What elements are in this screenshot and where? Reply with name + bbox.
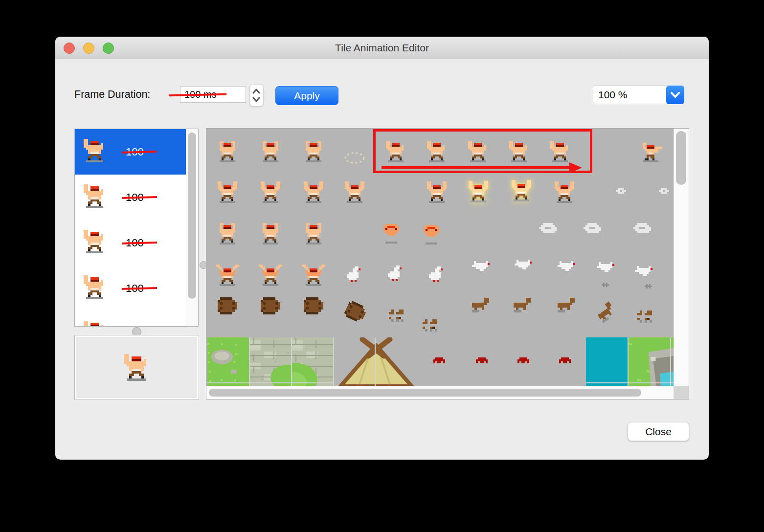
terrain-tile-grass-rock[interactable] [628,337,674,386]
tile-man-victory[interactable] [216,265,239,286]
tile-man-idle[interactable] [216,223,239,244]
tile-cloud[interactable] [584,223,603,233]
preview-sprite [122,354,151,383]
terrain-tile-tent[interactable] [336,337,417,386]
chevron-down-icon [671,92,680,98]
tile-barrel[interactable] [304,297,323,314]
frame-thumbnail [82,230,108,255]
frame-list-item[interactable]: 100 [75,175,198,220]
tile-chicken-fly[interactable] [635,266,654,276]
tile-animation-editor-window: Tile Animation Editor Frame Duration: Ap… [55,37,709,460]
tile-man-armsup[interactable] [302,181,325,203]
tileset-gridline [249,337,250,386]
tile-chicken-fly[interactable] [597,262,616,272]
tile-chicken-fly[interactable] [515,260,534,269]
tile-man-glow[interactable] [510,180,533,201]
tile-man-armsup[interactable] [259,181,282,203]
tileset-horizontal-scrollbar[interactable] [206,386,674,399]
annotation-arrow-line [382,166,569,169]
tile-man-idle[interactable] [216,141,239,162]
tile-chicken[interactable] [429,266,445,282]
tile-man-roll[interactable] [380,222,403,244]
tileset-horizontal-scrollbar-thumb[interactable] [209,389,641,397]
tile-debris[interactable] [637,310,657,323]
chevron-up-icon [252,89,260,94]
frame-thumbnail [82,275,108,301]
tileset-vertical-scrollbar[interactable] [674,129,689,387]
tile-debris[interactable] [423,319,442,332]
tile-man-idle[interactable] [302,141,325,162]
tileset-gridline [628,337,629,386]
tile-man-idle[interactable] [302,223,325,244]
tile-dust[interactable] [602,283,609,287]
frame-thumbnail [82,139,108,164]
tile-man-roll[interactable] [420,223,443,244]
zoom-dropdown-button[interactable] [666,86,684,104]
tile-man-glow[interactable] [467,181,490,202]
tile-man-punch[interactable] [639,141,662,162]
tileset-gridline [207,382,333,383]
tile-cloud[interactable] [633,223,653,233]
tileset-view [206,128,689,399]
zoom-combobox[interactable]: 100 % [593,86,684,104]
tile-chicken[interactable] [347,266,362,282]
frame-list-item[interactable]: 100 [75,266,198,311]
tileset-gridline [375,337,376,386]
frame-list-scrollbar-thumb[interactable] [188,133,196,299]
annotation-arrow-head [569,162,582,173]
tile-squirrel-jump[interactable] [593,301,617,325]
tile-man-victory[interactable] [259,265,282,286]
tile-crab[interactable] [559,357,571,363]
tile-crab[interactable] [476,357,488,363]
tile-barrel[interactable] [261,297,280,314]
frame-list-item[interactable]: 100 [75,129,198,175]
tile-squirrel[interactable] [511,298,531,312]
tile-nest-ellipse[interactable] [343,151,366,165]
frame-list-item-partial[interactable] [75,311,198,327]
frame-duration-stepper[interactable] [249,84,264,107]
tile-squirrel[interactable] [555,298,575,312]
tile-man-idle[interactable] [259,141,282,162]
tileset-vertical-scrollbar-thumb[interactable] [676,131,686,185]
frame-thumbnail [82,321,108,327]
tileset-canvas[interactable] [206,129,674,386]
tile-barrel[interactable] [218,297,237,314]
tile-chicken-fly[interactable] [472,261,492,271]
tile-squirrel[interactable] [470,298,489,312]
tile-debris[interactable] [389,310,408,322]
tile-man-armsup[interactable] [553,181,576,203]
tile-man-armsup[interactable] [216,181,239,203]
frame-list-scrollbar[interactable] [186,129,198,326]
titlebar[interactable]: Tile Animation Editor [55,37,709,59]
frame-list[interactable]: 100100100100 [74,129,199,327]
close-button[interactable]: Close [628,422,689,441]
tile-puff[interactable] [616,188,628,194]
tile-puff[interactable] [659,188,671,194]
animation-preview [74,335,199,400]
zoom-value: 100 % [598,86,628,104]
frame-duration-label: Frame Duration: [74,89,150,101]
tile-man-idle[interactable] [259,223,282,244]
tile-man-victory[interactable] [302,265,325,286]
screenshot-root: { "window": { "title": "Tile Animation E… [0,0,764,532]
tile-barrel-tilt[interactable] [343,300,368,324]
tile-chicken[interactable] [388,266,404,281]
apply-button[interactable]: Apply [275,86,338,105]
scrollbar-corner [674,386,689,399]
tile-cloud[interactable] [539,223,559,233]
terrain-tile-grass[interactable] [207,337,249,386]
terrain-tile-water[interactable] [586,337,628,386]
terrain-tile-stone-grass[interactable] [291,337,333,386]
chevron-down-icon [252,97,260,102]
tile-man-armsup[interactable] [343,181,366,203]
frame-list-item[interactable]: 100 [75,220,198,266]
tile-crab[interactable] [433,357,445,363]
tile-dust[interactable] [645,284,652,288]
tile-chicken-fly[interactable] [558,261,577,271]
tileset-gridline [586,382,674,383]
tileset-gridline [670,337,671,386]
terrain-tile-stone[interactable] [249,337,291,386]
tile-crab[interactable] [517,357,529,363]
tileset-gridline [291,337,292,386]
tile-man-armsup[interactable] [425,181,449,203]
